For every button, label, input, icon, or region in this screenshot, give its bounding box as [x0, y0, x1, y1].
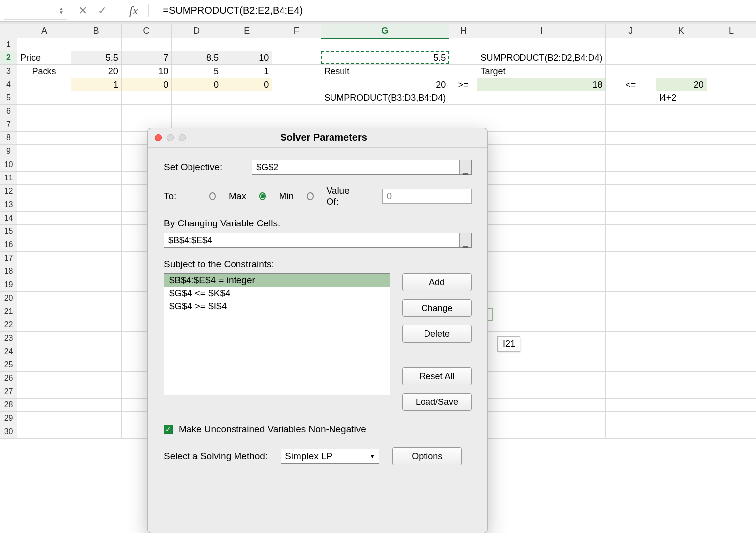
row-header-13[interactable]: 13: [0, 198, 17, 212]
cell-D4[interactable]: 0: [172, 78, 222, 91]
cell-J26[interactable]: [606, 372, 656, 385]
row-header-15[interactable]: 15: [0, 225, 17, 238]
cell-J24[interactable]: [606, 345, 656, 358]
cell-A21[interactable]: [17, 305, 71, 318]
constraint-item[interactable]: $G$4 >= $I$4: [164, 300, 390, 312]
cell-D3[interactable]: 5: [172, 65, 222, 78]
cell-I1[interactable]: [477, 38, 606, 51]
cell-L26[interactable]: [707, 372, 756, 385]
cell-B10[interactable]: [71, 158, 122, 172]
cell-B9[interactable]: [71, 145, 122, 158]
cell-A23[interactable]: [17, 332, 71, 345]
constraints-list[interactable]: $B$4:$E$4 = integer $G$4 <= $K$4 $G$4 >=…: [164, 273, 390, 395]
cell-B25[interactable]: [71, 358, 122, 372]
cell-A17[interactable]: [17, 252, 71, 265]
cell-I28[interactable]: [477, 399, 606, 412]
cell-K5[interactable]: I4+2: [656, 91, 707, 105]
cell-A22[interactable]: [17, 318, 71, 332]
cell-E2[interactable]: 10: [222, 51, 272, 65]
cell-K13[interactable]: [656, 198, 707, 212]
cell-L5[interactable]: [707, 91, 756, 105]
cell-I3[interactable]: Target: [477, 65, 606, 78]
row-header-24[interactable]: 24: [0, 345, 17, 358]
cell-L19[interactable]: [707, 278, 756, 292]
cell-I21[interactable]: [477, 305, 606, 318]
cell-B3[interactable]: 20: [71, 65, 122, 78]
cell-E3[interactable]: 1: [222, 65, 272, 78]
cell-L4[interactable]: [707, 78, 756, 91]
cell-I11[interactable]: [477, 172, 606, 185]
cell-B21[interactable]: [71, 305, 122, 318]
cell-K19[interactable]: [656, 278, 707, 292]
cell-J27[interactable]: [606, 385, 656, 399]
cell-C3[interactable]: 10: [121, 65, 171, 78]
cell-A26[interactable]: [17, 372, 71, 385]
constraint-item[interactable]: $B$4:$E$4 = integer: [164, 274, 390, 287]
row-header-28[interactable]: 28: [0, 399, 17, 412]
cell-B14[interactable]: [71, 212, 122, 225]
cell-L9[interactable]: [707, 145, 756, 158]
cell-B4[interactable]: 1: [71, 78, 122, 91]
cell-K14[interactable]: [656, 212, 707, 225]
cell-C4[interactable]: 0: [121, 78, 171, 91]
cell-J4[interactable]: <=: [606, 78, 656, 91]
cell-E4[interactable]: 0: [222, 78, 272, 91]
cell-K27[interactable]: [656, 385, 707, 399]
cell-B30[interactable]: [71, 425, 122, 439]
cell-B26[interactable]: [71, 372, 122, 385]
cell-J18[interactable]: [606, 265, 656, 278]
cell-H1[interactable]: [449, 38, 477, 51]
cell-L15[interactable]: [707, 225, 756, 238]
cell-G1[interactable]: [321, 38, 449, 51]
col-header-K[interactable]: K: [656, 24, 707, 38]
col-header-E[interactable]: E: [222, 24, 272, 38]
cell-G4[interactable]: 20: [321, 78, 449, 91]
cell-K4[interactable]: 20: [656, 78, 707, 91]
cell-K9[interactable]: [656, 145, 707, 158]
col-header-A[interactable]: A: [17, 24, 71, 38]
cell-I7[interactable]: [477, 118, 606, 132]
cell-B28[interactable]: [71, 399, 122, 412]
cell-G3[interactable]: Result: [321, 65, 449, 78]
cell-H5[interactable]: [449, 91, 477, 105]
dialog-titlebar[interactable]: Solver Parameters: [148, 128, 487, 148]
cell-B29[interactable]: [71, 412, 122, 425]
cell-I24[interactable]: [477, 345, 606, 358]
cell-C5[interactable]: [121, 91, 171, 105]
row-header-8[interactable]: 8: [0, 132, 17, 145]
cell-J16[interactable]: [606, 238, 656, 252]
cell-I16[interactable]: [477, 238, 606, 252]
cell-J9[interactable]: [606, 145, 656, 158]
cell-A2[interactable]: Price: [17, 51, 71, 65]
cell-B27[interactable]: [71, 385, 122, 399]
cell-J1[interactable]: [606, 38, 656, 51]
cell-A24[interactable]: [17, 345, 71, 358]
cell-K20[interactable]: [656, 292, 707, 305]
cell-L30[interactable]: [707, 425, 756, 439]
cell-J13[interactable]: [606, 198, 656, 212]
cell-L14[interactable]: [707, 212, 756, 225]
row-header-27[interactable]: 27: [0, 385, 17, 399]
cell-K8[interactable]: [656, 132, 707, 145]
confirm-icon[interactable]: ✓: [98, 4, 107, 17]
cell-J28[interactable]: [606, 399, 656, 412]
col-header-G[interactable]: G: [321, 24, 449, 38]
cell-J6[interactable]: [606, 105, 656, 118]
cell-F6[interactable]: [272, 105, 321, 118]
row-header-29[interactable]: 29: [0, 412, 17, 425]
row-header-26[interactable]: 26: [0, 372, 17, 385]
cell-K28[interactable]: [656, 399, 707, 412]
col-header-J[interactable]: J: [606, 24, 656, 38]
cell-C1[interactable]: [121, 38, 171, 51]
cell-G2[interactable]: 5.5: [321, 51, 449, 65]
by-changing-input[interactable]: $B$4:$E$4 ▁: [164, 233, 472, 248]
cell-J11[interactable]: [606, 172, 656, 185]
cell-A13[interactable]: [17, 198, 71, 212]
cell-K2[interactable]: [656, 51, 707, 65]
cell-L1[interactable]: [707, 38, 756, 51]
cell-B5[interactable]: [71, 91, 122, 105]
cell-K25[interactable]: [656, 358, 707, 372]
cell-A25[interactable]: [17, 358, 71, 372]
cell-L28[interactable]: [707, 399, 756, 412]
delete-button[interactable]: Delete: [402, 325, 472, 343]
